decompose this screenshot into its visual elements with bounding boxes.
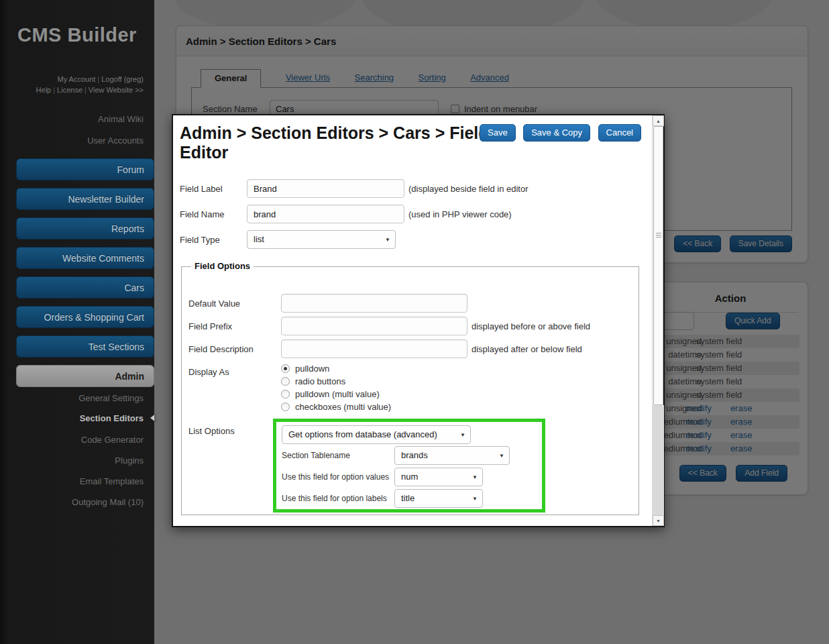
section-tablename-select[interactable]: brands▼ [394, 446, 510, 465]
my-account-link[interactable]: My Account [57, 75, 95, 83]
field-label-input[interactable] [247, 179, 404, 198]
field-prefix-note: displayed before or above field [472, 321, 590, 331]
field-type-row: Field Typelist▼ [180, 230, 396, 249]
license-link[interactable]: License [57, 86, 82, 94]
dropdown-arrow-icon: ▼ [385, 231, 390, 249]
app-logo: CMS Builder [17, 24, 137, 46]
sidebar-item-user-accounts[interactable]: User Accounts [87, 136, 144, 146]
sidebar-item-orders-shopping-cart[interactable]: Orders & Shopping Cart [16, 306, 154, 328]
option-values-select[interactable]: num▼ [394, 468, 483, 486]
option-labels-row: Use this field for option labelstitle▼ [282, 489, 483, 508]
save-and-copy-button[interactable]: Save & Copy [523, 124, 590, 142]
radio-option-label: pulldown (multi value) [295, 389, 380, 399]
dropdown-arrow-icon: ▼ [499, 447, 504, 465]
separator: | [51, 86, 57, 94]
field-label-row: Field Label(displayed beside field in ed… [180, 179, 529, 198]
display-as-options: pulldown radio buttons pulldown (multi v… [281, 362, 391, 413]
radio-option-label: checkboxes (multi value) [295, 402, 391, 412]
dropdown-arrow-icon: ▼ [460, 426, 465, 444]
field-type-value: list [254, 234, 264, 244]
field-prefix-input[interactable] [281, 317, 467, 335]
sidebar-item-admin[interactable]: Admin [16, 365, 154, 387]
sidebar-item-cars[interactable]: Cars [16, 276, 154, 299]
modal-scrollbar[interactable]: ▲ ▼ [652, 115, 663, 526]
sidebar-item-forum[interactable]: Forum [16, 158, 154, 180]
field-description-note: displayed after or below field [472, 344, 582, 354]
display-as-row: Display As [188, 366, 281, 378]
section-tablename-label: Section Tablename [282, 451, 394, 460]
list-options-row: List Options [188, 425, 281, 437]
option-labels-label: Use this field for option labels [282, 494, 394, 503]
default-value-input[interactable] [281, 294, 467, 313]
field-description-label: Field Description [188, 344, 281, 354]
scroll-up-icon[interactable]: ▲ [653, 115, 664, 126]
radio-option-checkboxes-multi[interactable]: checkboxes (multi value) [281, 400, 391, 413]
sidebar-item-website-comments[interactable]: Website Comments [16, 247, 154, 269]
modal-actions: Save Save & Copy Cancel [475, 124, 641, 142]
dropdown-arrow-icon: ▼ [472, 490, 478, 508]
radio-option-label: radio buttons [295, 376, 345, 386]
section-tablename-row: Section Tablenamebrands▼ [282, 446, 510, 465]
sidebar-item-code-generator[interactable]: Code Generator [81, 435, 144, 445]
separator: | [82, 86, 89, 94]
separator: | [95, 75, 101, 83]
field-options-legend: Field Options [191, 261, 254, 271]
account-links: My Account|Logoff (greg) Help|License|Vi… [36, 74, 144, 95]
default-value-row: Default Value [188, 294, 467, 313]
field-editor-modal: Admin > Section Editors > Cars > Field E… [172, 114, 665, 527]
sidebar: CMS Builder My Account|Logoff (greg) Hel… [0, 0, 154, 644]
list-options-source-value: Get options from database (advanced) [288, 429, 437, 439]
dropdown-arrow-icon: ▼ [472, 468, 478, 486]
field-type-select[interactable]: list▼ [247, 230, 396, 249]
list-options-highlight-box: Get options from database (advanced)▼ Se… [273, 419, 545, 513]
sidebar-item-plugins[interactable]: Plugins [115, 455, 144, 466]
section-tablename-value: brands [401, 450, 428, 460]
display-as-label: Display As [188, 367, 281, 377]
field-name-label: Field Name [180, 209, 247, 219]
help-link[interactable]: Help [36, 86, 52, 94]
cancel-button[interactable]: Cancel [598, 124, 641, 142]
option-labels-select[interactable]: title▼ [394, 489, 483, 508]
sidebar-item-newsletter-builder[interactable]: Newsletter Builder [16, 188, 154, 210]
sidebar-item-animal-wiki[interactable]: Animal Wiki [98, 114, 144, 124]
field-name-row: Field Name(used in PHP viewer code) [180, 205, 512, 223]
scrollbar-thumb[interactable] [653, 126, 663, 405]
scroll-down-icon[interactable]: ▼ [653, 515, 664, 526]
field-label-label: Field Label [180, 184, 247, 194]
radio-option-radio-buttons[interactable]: radio buttons [281, 375, 391, 388]
field-name-note: (used in PHP viewer code) [408, 209, 512, 219]
option-labels-value: title [401, 493, 414, 503]
option-values-value: num [401, 472, 418, 482]
field-name-input[interactable] [247, 205, 404, 223]
modal-title: Admin > Section Editors > Cars > Field E… [180, 123, 518, 162]
sidebar-item-test-sections[interactable]: Test Sections [16, 335, 154, 358]
sidebar-item-outgoing-mail[interactable]: Outgoing Mail (10) [72, 497, 144, 507]
sidebar-item-general-settings[interactable]: General Settings [78, 393, 144, 403]
sidebar-item-email-templates[interactable]: Email Templates [80, 476, 144, 486]
scrollbar-track[interactable] [653, 405, 664, 515]
list-options-source-select[interactable]: Get options from database (advanced)▼ [282, 425, 471, 444]
option-values-label: Use this field for option values [282, 472, 394, 482]
field-description-row: Field Descriptiondisplayed after or belo… [188, 339, 582, 358]
save-button[interactable]: Save [480, 124, 516, 142]
field-options-fieldset: Field Options Default Value Field Prefix… [181, 266, 639, 515]
radio-option-pulldown[interactable]: pulldown [281, 362, 391, 375]
sidebar-item-section-editors[interactable]: Section Editors [80, 413, 144, 423]
sidebar-item-reports[interactable]: Reports [16, 217, 154, 239]
radio-icon[interactable] [281, 377, 290, 386]
radio-option-label: pulldown [295, 364, 329, 374]
radio-icon[interactable] [281, 390, 290, 398]
scrollbar-grip [656, 233, 661, 239]
logoff-link[interactable]: Logoff (greg) [101, 75, 144, 83]
radio-icon[interactable] [281, 402, 290, 411]
radio-option-pulldown-multi[interactable]: pulldown (multi value) [281, 388, 391, 400]
field-prefix-row: Field Prefixdisplayed before or above fi… [188, 317, 590, 335]
field-description-input[interactable] [281, 339, 467, 358]
view-website-link[interactable]: View Website >> [89, 86, 144, 94]
default-value-label: Default Value [188, 299, 281, 309]
radio-icon[interactable] [281, 364, 290, 373]
app-root: CMS Builder My Account|Logoff (greg) Hel… [0, 0, 829, 644]
field-editor-content: Admin > Section Editors > Cars > Field E… [173, 115, 652, 526]
field-prefix-label: Field Prefix [188, 321, 281, 331]
list-options-label: List Options [188, 426, 281, 436]
